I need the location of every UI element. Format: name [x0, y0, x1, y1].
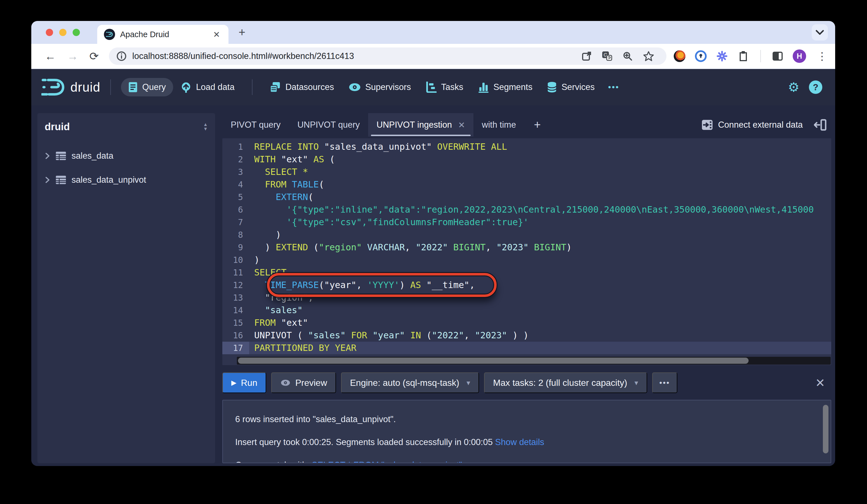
nav-item-query[interactable]: Query [121, 78, 173, 96]
browser-toolbar: ← → ⟳ localhost:8888/unified-console.htm… [31, 44, 835, 69]
select-query-link[interactable]: SELECT * FROM "sales_data_unpivot" [312, 460, 462, 463]
window-controls[interactable] [46, 29, 80, 36]
results-vertical-scrollbar[interactable] [823, 405, 828, 458]
show-details-link[interactable]: Show details [495, 437, 544, 447]
nav-more-button[interactable]: ••• [602, 83, 626, 92]
code-line[interactable]: SELECT [249, 266, 831, 279]
line-number: 15 [222, 317, 249, 329]
code-line[interactable]: "region", [249, 291, 831, 304]
nav-item-supervisors[interactable]: Supervisors [341, 78, 418, 96]
code-line[interactable]: FROM TABLE( [249, 178, 831, 191]
code-line[interactable]: ) [249, 254, 831, 266]
nav-item-datasources[interactable]: Datasources [263, 78, 341, 96]
code-line[interactable]: FROM "ext" [249, 317, 831, 329]
druid-brand[interactable]: druid [41, 77, 100, 97]
add-query-tab-button[interactable]: + [524, 118, 550, 131]
code-line[interactable]: EXTERN( [249, 191, 831, 203]
tab-close-icon[interactable]: ✕ [212, 30, 222, 40]
code-line[interactable]: WITH "ext" AS ( [249, 153, 831, 166]
code-line[interactable]: PARTITIONED BY YEAR [249, 342, 831, 354]
translate-icon[interactable]: G [602, 51, 612, 62]
line-number: 7 [222, 216, 249, 228]
clipboard-extension-icon[interactable] [737, 50, 749, 62]
spinner-extension-icon[interactable] [716, 50, 728, 62]
minimize-window-button[interactable] [59, 29, 66, 36]
vscroll-thumb[interactable] [823, 405, 828, 453]
site-info-icon[interactable] [116, 51, 127, 62]
line-number: 1 [222, 140, 249, 153]
code-line[interactable]: '{"type":"inline","data":"region,2022,20… [249, 203, 831, 216]
duckduckgo-extension-icon[interactable] [674, 50, 685, 62]
bookmark-star-icon[interactable] [643, 51, 654, 62]
line-number: 17 [222, 342, 249, 354]
code-lines[interactable]: REPLACE INTO "sales_data_unpivot" OVERWR… [249, 138, 831, 356]
run-more-options-button[interactable]: ••• [652, 373, 677, 393]
nav-item-tasks[interactable]: Tasks [418, 78, 470, 96]
tab-unpivot-ingestion[interactable]: UNPIVOT ingestion ✕ [368, 113, 473, 137]
editor-horizontal-scrollbar[interactable] [237, 357, 831, 365]
line-number: 13 [222, 291, 249, 304]
code-line[interactable]: "sales" [249, 304, 831, 317]
results-panel: 6 rows inserted into "sales_data_unpivot… [222, 400, 831, 463]
tab-with-time[interactable]: with time [473, 113, 524, 137]
help-icon[interactable]: ? [809, 81, 822, 94]
preview-button[interactable]: Preview [271, 373, 336, 393]
zoom-window-button[interactable] [73, 29, 80, 36]
connect-external-data-icon [702, 119, 713, 130]
datasources-icon [270, 82, 281, 93]
tab-unpivot-query[interactable]: UNPIVOT query [289, 113, 368, 137]
table-row-sales-data[interactable]: sales_data [45, 147, 208, 164]
code-gutter: 1234567891011121314151617 [222, 138, 249, 356]
nav-item-load-data[interactable]: Load data [173, 78, 242, 96]
tab-search-button[interactable] [812, 24, 828, 41]
reload-button[interactable]: ⟳ [89, 50, 99, 63]
druid-navbar: druid Query Load data Datasources Superv… [31, 69, 835, 105]
preview-eye-icon [280, 378, 291, 387]
console-content: druid ▲▼ sales_data sales_data_unpivot [31, 105, 835, 466]
settings-gear-icon[interactable]: ⚙ [788, 79, 800, 95]
close-window-button[interactable] [46, 29, 53, 36]
url-text[interactable]: localhost:8888/unified-console.html#work… [132, 51, 577, 61]
code-line[interactable]: UNPIVOT ( "sales" FOR "year" IN ("2022",… [249, 329, 831, 342]
new-tab-button[interactable]: + [238, 26, 246, 38]
back-button[interactable]: ← [45, 50, 56, 63]
run-bar: ▶ Run Preview Engine: auto (sql-msq-task… [222, 372, 831, 394]
close-results-icon[interactable]: ✕ [815, 376, 825, 390]
code-line[interactable]: TIME_PARSE("year", 'YYYY') AS "__time", [249, 279, 831, 291]
code-line[interactable]: '{"type":"csv","findColumnsFromHeader":t… [249, 216, 831, 228]
forward-button[interactable]: → [67, 50, 78, 63]
sort-columns-icon[interactable]: ▲▼ [203, 123, 208, 131]
line-number: 8 [222, 228, 249, 241]
connect-external-data-button[interactable]: Connect external data [697, 119, 807, 130]
onepassword-extension-icon[interactable] [695, 50, 707, 62]
close-tab-icon[interactable]: ✕ [458, 120, 465, 130]
tab-pivot-query[interactable]: PIVOT query [222, 113, 289, 137]
services-icon [547, 81, 557, 93]
browser-menu-icon[interactable]: ⋮ [817, 50, 827, 62]
engine-dropdown[interactable]: Engine: auto (sql-msq-task) ▾ [341, 373, 479, 393]
brand-name: druid [71, 79, 100, 95]
sql-editor[interactable]: 1234567891011121314151617 REPLACE INTO "… [222, 138, 831, 365]
hscroll-thumb[interactable] [238, 357, 749, 364]
browser-tabstrip: Apache Druid ✕ + [31, 21, 835, 44]
zoom-icon[interactable] [622, 51, 633, 62]
run-button[interactable]: ▶ Run [222, 373, 266, 393]
code-line[interactable]: REPLACE INTO "sales_data_unpivot" OVERWR… [249, 140, 831, 153]
address-bar[interactable]: localhost:8888/unified-console.html#work… [109, 47, 666, 65]
nav-item-services[interactable]: Services [540, 78, 602, 96]
open-query-panel-button[interactable] [814, 119, 827, 131]
side-panel-icon[interactable] [772, 51, 783, 61]
segments-icon [478, 82, 489, 93]
druid-favicon [104, 29, 115, 40]
code-line[interactable]: ) [249, 228, 831, 241]
tasks-icon [425, 82, 437, 93]
table-icon [55, 151, 66, 161]
code-line[interactable]: ) EXTEND ("region" VARCHAR, "2022" BIGIN… [249, 241, 831, 254]
code-line[interactable]: SELECT * [249, 166, 831, 178]
nav-item-segments[interactable]: Segments [471, 78, 540, 96]
max-tasks-dropdown[interactable]: Max tasks: 2 (full cluster capacity) ▾ [484, 373, 647, 393]
table-row-sales-data-unpivot[interactable]: sales_data_unpivot [45, 171, 208, 189]
browser-tab[interactable]: Apache Druid ✕ [97, 25, 228, 44]
open-in-new-icon[interactable] [581, 51, 592, 61]
profile-avatar[interactable]: H [793, 50, 806, 63]
